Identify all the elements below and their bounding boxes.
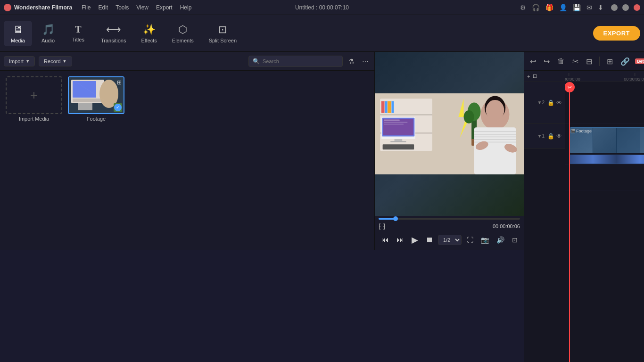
import-label: Import [9,58,24,64]
save-icon[interactable]: 💾 [573,4,581,11]
menu-edit[interactable]: Edit [98,4,108,11]
user-icon[interactable]: 👤 [559,4,567,11]
svg-rect-23 [390,141,406,142]
footage-label: Footage [87,116,106,122]
media-label: Media [11,38,25,43]
main-area: Import ▼ Record ▼ 🔍 ⚗ ⋯ [0,52,644,362]
skip-back-button[interactable]: ⏮ [379,234,392,246]
play-button[interactable]: ▶ [409,233,421,247]
preview-video [375,52,524,216]
menu-view[interactable]: View [136,4,149,11]
record-dropdown[interactable]: Record ▼ [39,56,72,66]
minimize-button[interactable] [611,4,618,11]
preview-panel: ⁅ ⁆ 00:00:00:06 ⏮ ⏭ ▶ ⏹ 1/2 ⛶ 📷 🔊 [375,52,524,250]
titlebar-icons: ⚙ 🎧 🎁 👤 💾 ✉ ⬇ [520,4,603,11]
timeline-section: ↩ ↪ 🗑 ✂ ⊟ ⊞ 🔗 Beta ⚙ ⊟ 🎙 ≈ ⊡ − [524,52,644,362]
maximize-button[interactable] [622,4,629,11]
add-track-button[interactable]: + [526,73,531,80]
time-markers: ⁅ ⁆ 00:00:00:06 [379,222,520,230]
mail-icon[interactable]: ✉ [586,4,592,11]
effects-icon: ✨ [143,24,156,36]
add-icon: + [30,88,38,103]
preview-frame [375,52,524,216]
close-button[interactable] [634,4,640,11]
svg-rect-12 [381,101,385,113]
step-back-button[interactable]: ⏭ [394,234,407,246]
ruler-mark-0: 00:00:00:00 [565,73,580,82]
menu-help[interactable]: Help [180,4,192,11]
snap-to-button[interactable]: ⊡ [531,73,538,80]
cut-button[interactable]: ✂ [570,55,581,68]
svg-rect-22 [395,139,403,141]
menu-tools[interactable]: Tools [116,4,129,11]
settings-icon[interactable]: ⚙ [520,4,526,11]
empty-lower-track [565,165,644,362]
audio-waveform-clip[interactable] [569,155,644,164]
search-box[interactable]: 🔍 [248,56,343,67]
track-v2-empty [565,82,644,123]
frame-4 [640,128,644,153]
playhead: ✂ [569,82,570,362]
track-v2-eye[interactable]: 👁 [556,99,562,106]
split-screen-icon: ⊡ [218,24,227,36]
search-icon: 🔍 [253,58,260,65]
import-media-item[interactable]: + Import Media [6,76,62,122]
record-arrow-icon: ▼ [63,59,67,64]
fullscreen-preview-button[interactable]: ⛶ [464,235,476,245]
in-point-icon: ⁅ [379,222,381,230]
toolbar-media[interactable]: 🖥 Media [4,21,32,46]
track-v2-lock[interactable]: 🔒 [547,99,554,106]
svg-rect-13 [385,101,388,113]
audio-label: Audio [41,38,55,43]
download-icon[interactable]: ⬇ [598,4,603,11]
footage-thumbnail[interactable]: ⊞ ✓ [68,76,124,114]
toolbar-effects[interactable]: ✨ Effects [134,21,163,46]
toolbar-transitions[interactable]: ⟷ Transitions [94,21,132,46]
toolbar-titles[interactable]: T Titles [64,21,92,45]
svg-rect-35 [474,134,516,135]
window-title: Untitled : 00:00:07:10 [295,4,349,11]
import-placeholder[interactable]: + [6,76,62,114]
quality-select[interactable]: 1/2 [438,235,462,245]
snapshot-button[interactable]: 📷 [479,235,491,245]
snap-button[interactable]: ⊞ [604,55,615,68]
adjust-button[interactable]: ⊟ [584,55,594,68]
progress-thumb [393,216,398,221]
filter-icon[interactable]: ⚗ [347,57,356,66]
svg-rect-21 [384,123,404,124]
toolbar-split-screen[interactable]: ⊡ Split Screen [202,21,243,46]
preview-extra-buttons: 1/2 ⛶ 📷 🔊 ⊡ [438,235,520,245]
toolbar-audio[interactable]: 🎵 Audio [34,21,62,46]
window-controls[interactable] [611,4,640,11]
headphone-icon[interactable]: 🎧 [532,4,540,11]
menu-file[interactable]: File [82,4,91,11]
menu-export[interactable]: Export [156,4,173,11]
link-button[interactable]: 🔗 [618,55,632,68]
media-icon: 🖥 [13,24,23,36]
delete-button[interactable]: 🗑 [555,55,567,67]
undo-button[interactable]: ↩ [528,55,538,68]
view-options-icon[interactable]: ⋯ [360,57,371,66]
pip-button[interactable]: ⊡ [510,235,520,245]
video-clip[interactable]: 🎬 Footage [569,127,644,153]
track-v1-eye[interactable]: 👁 [556,133,562,140]
ruler-marks-container: 00:00:00:00 00:00:02:02 00:00:04:04 00:0… [565,71,644,82]
waveform-visual [570,155,644,164]
gift-icon[interactable]: 🎁 [545,4,553,11]
import-dropdown[interactable]: Import ▼ [4,56,35,66]
export-button[interactable]: EXPORT [593,26,640,41]
footage-media-item[interactable]: ⊞ ✓ Footage [68,76,124,122]
track-v1-lock[interactable]: 🔒 [547,133,554,140]
ruler-header: + ⊡ [524,71,565,82]
volume-button[interactable]: 🔊 [494,235,507,245]
progress-bar[interactable] [379,218,520,220]
search-input[interactable] [263,58,339,64]
toolbar-separator [599,57,600,66]
media-panel: Import ▼ Record ▼ 🔍 ⚗ ⋯ [0,52,375,250]
redo-button[interactable]: ↪ [541,55,552,68]
svg-point-32 [486,100,504,121]
toolbar-elements[interactable]: ⬡ Elements [165,21,200,46]
stop-button[interactable]: ⏹ [423,234,436,246]
track-v1-num: ▼1 [537,133,545,139]
titles-icon: T [75,24,81,35]
